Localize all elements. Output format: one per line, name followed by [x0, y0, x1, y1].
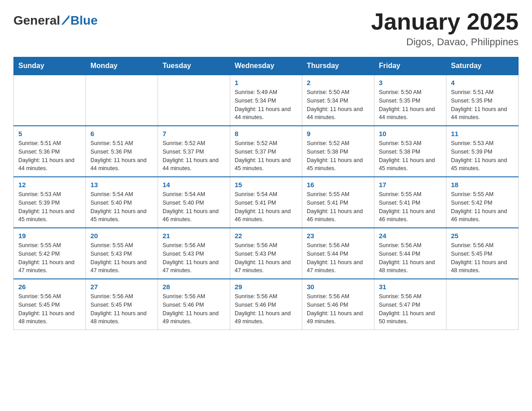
day-info: Sunrise: 5:55 AM Sunset: 5:42 PM Dayligh…: [18, 241, 81, 275]
day-info: Sunrise: 5:51 AM Sunset: 5:36 PM Dayligh…: [18, 139, 81, 173]
day-number: 6: [90, 130, 153, 137]
calendar-header-thursday: Thursday: [302, 57, 374, 75]
calendar-cell: 15Sunrise: 5:54 AM Sunset: 5:41 PM Dayli…: [230, 177, 302, 228]
day-info: Sunrise: 5:52 AM Sunset: 5:38 PM Dayligh…: [307, 139, 369, 173]
calendar-cell: 13Sunrise: 5:54 AM Sunset: 5:40 PM Dayli…: [86, 177, 158, 228]
day-info: Sunrise: 5:54 AM Sunset: 5:41 PM Dayligh…: [235, 190, 297, 224]
calendar-cell: 9Sunrise: 5:52 AM Sunset: 5:38 PM Daylig…: [302, 126, 374, 177]
calendar-table: SundayMondayTuesdayWednesdayThursdayFrid…: [13, 57, 519, 330]
day-number: 27: [90, 283, 153, 291]
day-number: 5: [18, 130, 81, 137]
calendar-cell: 5Sunrise: 5:51 AM Sunset: 5:36 PM Daylig…: [14, 126, 86, 177]
day-info: Sunrise: 5:56 AM Sunset: 5:46 PM Dayligh…: [163, 292, 225, 326]
day-number: 1: [235, 79, 297, 86]
day-number: 22: [235, 232, 297, 240]
day-number: 20: [90, 232, 153, 240]
day-info: Sunrise: 5:50 AM Sunset: 5:35 PM Dayligh…: [379, 88, 442, 122]
calendar-cell: 22Sunrise: 5:56 AM Sunset: 5:43 PM Dayli…: [230, 228, 302, 279]
calendar-cell: 26Sunrise: 5:56 AM Sunset: 5:45 PM Dayli…: [14, 279, 86, 330]
day-info: Sunrise: 5:56 AM Sunset: 5:47 PM Dayligh…: [379, 292, 442, 326]
calendar-cell: 8Sunrise: 5:52 AM Sunset: 5:37 PM Daylig…: [230, 126, 302, 177]
calendar-cell: 7Sunrise: 5:52 AM Sunset: 5:37 PM Daylig…: [158, 126, 230, 177]
day-number: 15: [235, 181, 297, 188]
calendar-cell: 4Sunrise: 5:51 AM Sunset: 5:35 PM Daylig…: [446, 75, 519, 126]
calendar-cell: 16Sunrise: 5:55 AM Sunset: 5:41 PM Dayli…: [302, 177, 374, 228]
day-info: Sunrise: 5:54 AM Sunset: 5:40 PM Dayligh…: [163, 190, 225, 224]
day-number: 13: [90, 181, 153, 188]
day-number: 28: [163, 283, 225, 291]
day-number: 25: [451, 232, 514, 240]
day-number: 21: [163, 232, 225, 240]
calendar-cell: 27Sunrise: 5:56 AM Sunset: 5:45 PM Dayli…: [86, 279, 158, 330]
day-info: Sunrise: 5:56 AM Sunset: 5:43 PM Dayligh…: [163, 241, 225, 275]
day-number: 2: [307, 79, 369, 86]
day-number: 31: [379, 283, 442, 291]
day-info: Sunrise: 5:53 AM Sunset: 5:39 PM Dayligh…: [18, 190, 81, 224]
day-info: Sunrise: 5:51 AM Sunset: 5:35 PM Dayligh…: [451, 88, 514, 122]
day-info: Sunrise: 5:56 AM Sunset: 5:46 PM Dayligh…: [307, 292, 369, 326]
calendar-header-monday: Monday: [86, 57, 158, 75]
day-info: Sunrise: 5:53 AM Sunset: 5:39 PM Dayligh…: [451, 139, 514, 173]
day-info: Sunrise: 5:52 AM Sunset: 5:37 PM Dayligh…: [235, 139, 297, 173]
day-info: Sunrise: 5:56 AM Sunset: 5:45 PM Dayligh…: [451, 241, 514, 275]
day-number: 14: [163, 181, 225, 188]
day-info: Sunrise: 5:55 AM Sunset: 5:42 PM Dayligh…: [451, 190, 514, 224]
day-number: 29: [235, 283, 297, 291]
page-header: General Blue January 2025 Digos, Davao, …: [13, 9, 519, 48]
calendar-cell: 28Sunrise: 5:56 AM Sunset: 5:46 PM Dayli…: [158, 279, 230, 330]
calendar-cell: 11Sunrise: 5:53 AM Sunset: 5:39 PM Dayli…: [446, 126, 519, 177]
day-number: 19: [18, 232, 81, 240]
day-info: Sunrise: 5:56 AM Sunset: 5:43 PM Dayligh…: [235, 241, 297, 275]
logo: General Blue: [13, 13, 98, 28]
location-title: Digos, Davao, Philippines: [371, 36, 519, 48]
day-number: 9: [307, 130, 369, 137]
day-number: 10: [379, 130, 442, 137]
month-title: January 2025: [371, 9, 519, 34]
calendar-header-sunday: Sunday: [14, 57, 86, 75]
calendar-cell: 25Sunrise: 5:56 AM Sunset: 5:45 PM Dayli…: [446, 228, 519, 279]
calendar-cell: [158, 75, 230, 126]
day-info: Sunrise: 5:55 AM Sunset: 5:43 PM Dayligh…: [90, 241, 153, 275]
day-number: 12: [18, 181, 81, 188]
week-row-1: 1Sunrise: 5:49 AM Sunset: 5:34 PM Daylig…: [14, 75, 519, 126]
calendar-cell: 31Sunrise: 5:56 AM Sunset: 5:47 PM Dayli…: [374, 279, 446, 330]
day-number: 16: [307, 181, 369, 188]
calendar-cell: [86, 75, 158, 126]
title-block: January 2025 Digos, Davao, Philippines: [371, 9, 519, 48]
logo-general-text: General: [13, 13, 60, 28]
day-info: Sunrise: 5:55 AM Sunset: 5:41 PM Dayligh…: [379, 190, 442, 224]
logo-triangle-icon: [61, 15, 69, 26]
calendar-cell: 3Sunrise: 5:50 AM Sunset: 5:35 PM Daylig…: [374, 75, 446, 126]
calendar-header-row: SundayMondayTuesdayWednesdayThursdayFrid…: [14, 57, 519, 75]
day-info: Sunrise: 5:53 AM Sunset: 5:38 PM Dayligh…: [379, 139, 442, 173]
calendar-header-saturday: Saturday: [446, 57, 519, 75]
day-number: 4: [451, 79, 514, 86]
week-row-4: 19Sunrise: 5:55 AM Sunset: 5:42 PM Dayli…: [14, 228, 519, 279]
calendar-cell: 24Sunrise: 5:56 AM Sunset: 5:44 PM Dayli…: [374, 228, 446, 279]
calendar-cell: 29Sunrise: 5:56 AM Sunset: 5:46 PM Dayli…: [230, 279, 302, 330]
day-info: Sunrise: 5:56 AM Sunset: 5:44 PM Dayligh…: [379, 241, 442, 275]
week-row-2: 5Sunrise: 5:51 AM Sunset: 5:36 PM Daylig…: [14, 126, 519, 177]
day-number: 8: [235, 130, 297, 137]
calendar-cell: [446, 279, 519, 330]
week-row-5: 26Sunrise: 5:56 AM Sunset: 5:45 PM Dayli…: [14, 279, 519, 330]
day-number: 18: [451, 181, 514, 188]
day-info: Sunrise: 5:56 AM Sunset: 5:45 PM Dayligh…: [90, 292, 153, 326]
calendar-cell: 20Sunrise: 5:55 AM Sunset: 5:43 PM Dayli…: [86, 228, 158, 279]
day-number: 24: [379, 232, 442, 240]
day-info: Sunrise: 5:56 AM Sunset: 5:46 PM Dayligh…: [235, 292, 297, 326]
calendar-cell: 6Sunrise: 5:51 AM Sunset: 5:36 PM Daylig…: [86, 126, 158, 177]
calendar-cell: 1Sunrise: 5:49 AM Sunset: 5:34 PM Daylig…: [230, 75, 302, 126]
calendar-cell: 30Sunrise: 5:56 AM Sunset: 5:46 PM Dayli…: [302, 279, 374, 330]
day-info: Sunrise: 5:51 AM Sunset: 5:36 PM Dayligh…: [90, 139, 153, 173]
day-number: 3: [379, 79, 442, 86]
day-info: Sunrise: 5:56 AM Sunset: 5:45 PM Dayligh…: [18, 292, 81, 326]
week-row-3: 12Sunrise: 5:53 AM Sunset: 5:39 PM Dayli…: [14, 177, 519, 228]
day-number: 30: [307, 283, 369, 291]
day-number: 7: [163, 130, 225, 137]
calendar-cell: 21Sunrise: 5:56 AM Sunset: 5:43 PM Dayli…: [158, 228, 230, 279]
calendar-cell: 10Sunrise: 5:53 AM Sunset: 5:38 PM Dayli…: [374, 126, 446, 177]
calendar-cell: 18Sunrise: 5:55 AM Sunset: 5:42 PM Dayli…: [446, 177, 519, 228]
day-info: Sunrise: 5:54 AM Sunset: 5:40 PM Dayligh…: [90, 190, 153, 224]
day-number: 26: [18, 283, 81, 291]
